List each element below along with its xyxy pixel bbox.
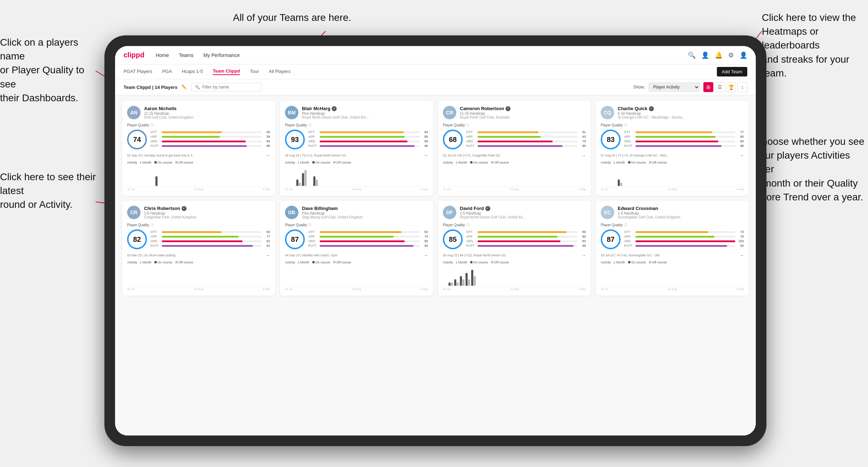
profile-icon[interactable]: 👤 xyxy=(701,51,709,59)
player-name[interactable]: Aaron Nicholls xyxy=(144,106,270,111)
chart-label-start: 31 Jul xyxy=(443,287,450,291)
player-name[interactable]: Dave Billingham xyxy=(302,206,428,211)
player-card[interactable]: BM Blair McHarg ✓ Plus Handicap Royal No… xyxy=(280,101,433,196)
settings-icon[interactable]: ⚙ xyxy=(728,51,734,59)
latest-round[interactable]: 02 Sep 23 | Sunday round to get back int… xyxy=(127,153,270,158)
on-course-dot xyxy=(470,261,473,263)
nav-teams[interactable]: Teams xyxy=(179,52,193,58)
tab-all-players[interactable]: All Players xyxy=(269,69,290,75)
latest-arrow[interactable]: → xyxy=(739,153,744,158)
tablet-screen: clippd Home Teams My Performance 🔍 👤 🔔 ⚙… xyxy=(115,46,756,435)
search-input[interactable] xyxy=(202,85,258,90)
avatar-icon[interactable]: 👤 xyxy=(739,51,747,59)
latest-round[interactable]: 18 Jul 23 | 74 (+4), Sunningdale GC - Ol… xyxy=(601,253,744,258)
quality-circle[interactable]: 74 xyxy=(127,130,147,149)
quality-circle[interactable]: 87 xyxy=(601,229,621,249)
info-icon: ⓘ xyxy=(308,223,312,227)
quality-circle[interactable]: 93 xyxy=(285,130,305,149)
latest-arrow[interactable]: → xyxy=(582,153,586,158)
navbar: clippd Home Teams My Performance 🔍 👤 🔔 ⚙… xyxy=(115,46,756,64)
player-handicap: 1-5 Handicap xyxy=(144,211,270,215)
player-header: EC Edward Crossman 1-5 Handicap Sunningd… xyxy=(601,206,744,219)
quality-label[interactable]: Player Quality ⓘ xyxy=(285,223,428,227)
latest-round[interactable]: 02 Jul 23 | 59 (+17), Craigmillar Park G… xyxy=(443,153,586,158)
add-team-button[interactable]: Add Team xyxy=(717,67,747,76)
player-card[interactable]: CR Cameron Robertson ✓ 11-15 Handicap Ro… xyxy=(438,101,591,196)
search-icon-small: 🔍 xyxy=(195,85,200,90)
tab-pgat[interactable]: PGAT Players xyxy=(124,69,152,75)
quality-label[interactable]: Player Quality ⓘ xyxy=(127,223,270,227)
chart-label-end: 4 Sep xyxy=(736,287,744,291)
quality-content: 83 OTT 77 APP 80 ARG 83 PUT xyxy=(601,130,744,149)
show-select[interactable]: Player Activity Quality Score Trend xyxy=(649,82,700,92)
quality-label[interactable]: Player Quality ⓘ xyxy=(443,223,586,227)
tab-hcaps[interactable]: Hcaps 1-5 xyxy=(182,69,203,75)
off-course-dot xyxy=(491,261,493,263)
latest-arrow[interactable]: → xyxy=(424,253,428,258)
annotation-bottom-right: Choose whether you seeyour players Activ… xyxy=(755,135,868,204)
avatar: DF xyxy=(443,206,456,219)
player-card[interactable]: CR Chris Robertson ✓ 1-5 Handicap Craigm… xyxy=(122,201,275,296)
annotation-bottom-left: Click here to see their latestround or A… xyxy=(0,170,103,212)
latest-arrow[interactable]: → xyxy=(266,153,270,158)
quality-circle[interactable]: 85 xyxy=(443,229,463,249)
player-name[interactable]: Chris Robertson ✓ xyxy=(144,206,270,211)
avatar: BM xyxy=(285,106,298,119)
player-card[interactable]: DF David Ford ✓ 1-5 Handicap Royal North… xyxy=(438,201,591,296)
off-course-dot xyxy=(175,261,178,263)
quality-label[interactable]: Player Quality ⓘ xyxy=(127,123,270,127)
latest-arrow[interactable]: → xyxy=(739,253,744,258)
tab-pga[interactable]: PGA xyxy=(162,69,172,75)
quality-circle[interactable]: 68 xyxy=(443,130,463,149)
activity-header: Activity · 1 Month On course Off course xyxy=(601,261,744,264)
latest-text: 18 Jul 23 | 74 (+4), Sunningdale GC - Ol… xyxy=(601,254,659,257)
edit-icon[interactable]: ✏️ xyxy=(182,85,187,90)
player-header: CR Cameron Robertson ✓ 11-15 Handicap Ro… xyxy=(443,106,586,119)
quality-label[interactable]: Player Quality ⓘ xyxy=(285,123,428,127)
activity-chart xyxy=(601,266,744,287)
quality-label[interactable]: Player Quality ⓘ xyxy=(601,123,744,127)
player-card[interactable]: CQ Charlie Quick ✓ 6-10 Handicap St Geor… xyxy=(596,101,749,196)
bell-icon[interactable]: 🔔 xyxy=(715,51,723,59)
quality-label[interactable]: Player Quality ⓘ xyxy=(443,123,586,127)
latest-arrow[interactable]: → xyxy=(266,253,270,258)
player-info: Blair McHarg ✓ Plus Handicap Royal North… xyxy=(302,106,428,119)
search-icon[interactable]: 🔍 xyxy=(688,51,696,59)
stat-ott: OTT 84 xyxy=(308,130,428,134)
sort-button[interactable]: ↕ xyxy=(737,82,747,92)
player-name[interactable]: David Ford ✓ xyxy=(460,206,586,211)
subnav: PGAT Players PGA Hcaps 1-5 Team Clippd T… xyxy=(115,64,756,79)
stat-arg: ARG 84 xyxy=(150,139,270,143)
tab-team-clippd[interactable]: Team Clippd xyxy=(213,68,240,75)
chart-bars xyxy=(601,180,744,186)
grid-view-button[interactable]: ⊞ xyxy=(703,82,713,92)
latest-round[interactable]: 03 Mar 23 | 19, Must make putting → xyxy=(127,253,270,258)
latest-round[interactable]: 04 Sep 23 | Mobility with coach, Gym → xyxy=(285,253,428,258)
latest-arrow[interactable]: → xyxy=(424,153,428,158)
stat-putt: PUTT 96 xyxy=(466,244,586,247)
player-name[interactable]: Cameron Robertson ✓ xyxy=(460,106,586,111)
latest-round[interactable]: 26 Aug 23 | 84 (+12), Royal North Devon … xyxy=(443,253,586,258)
quality-circle[interactable]: 82 xyxy=(127,229,147,249)
player-card[interactable]: AN Aaron Nicholls 11-15 Handicap Drift G… xyxy=(122,101,275,196)
nav-performance[interactable]: My Performance xyxy=(203,52,240,58)
heatmap-view-button[interactable]: 🏆 xyxy=(726,82,736,92)
nav-home[interactable]: Home xyxy=(156,52,169,58)
player-card[interactable]: EC Edward Crossman 1-5 Handicap Sunningd… xyxy=(596,201,749,296)
player-name[interactable]: Blair McHarg ✓ xyxy=(302,106,428,111)
player-info: Chris Robertson ✓ 1-5 Handicap Craigmill… xyxy=(144,206,270,219)
quality-circle[interactable]: 87 xyxy=(285,229,305,249)
info-icon: ⓘ xyxy=(624,123,627,127)
latest-round[interactable]: 26 Aug 23 | 73 (+1), Royal North Devon G… xyxy=(285,153,428,158)
latest-arrow[interactable]: → xyxy=(582,253,586,258)
player-name[interactable]: Charlie Quick ✓ xyxy=(618,106,744,111)
player-card[interactable]: DB Dave Billingham Plus Handicap Stag Ma… xyxy=(280,201,433,296)
list-view-button[interactable]: ☰ xyxy=(715,82,725,92)
stat-putt: PUTT 95 xyxy=(308,144,428,148)
latest-round[interactable]: 07 Aug 23 | 77 (+7), St George's Hill GC… xyxy=(601,153,744,158)
quality-label[interactable]: Player Quality ⓘ xyxy=(601,223,744,227)
tab-tour[interactable]: Tour xyxy=(250,69,259,75)
player-handicap: Plus Handicap xyxy=(302,112,428,115)
player-name[interactable]: Edward Crossman xyxy=(618,206,744,211)
quality-circle[interactable]: 83 xyxy=(601,130,621,149)
